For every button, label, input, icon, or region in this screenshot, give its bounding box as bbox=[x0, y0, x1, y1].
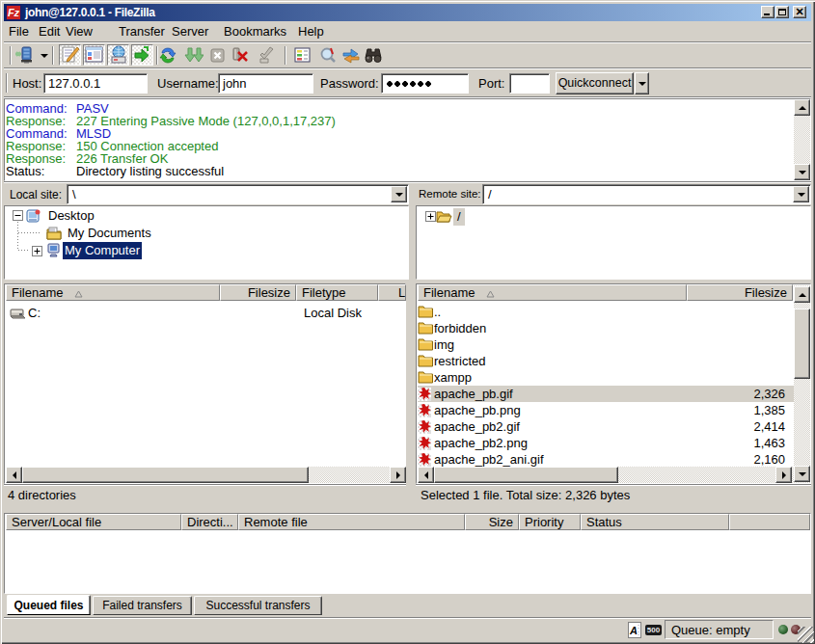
svg-text:Fz: Fz bbox=[8, 7, 20, 18]
